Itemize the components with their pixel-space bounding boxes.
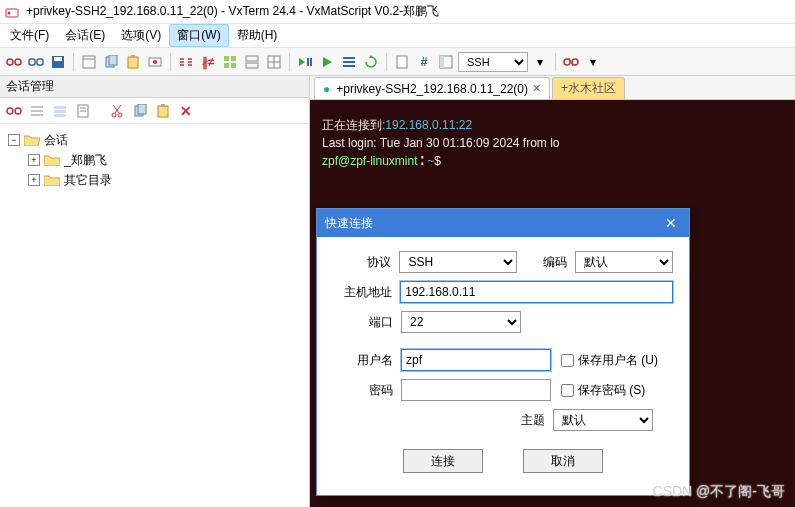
window-icon[interactable] xyxy=(79,52,99,72)
list-icon[interactable] xyxy=(339,52,359,72)
tab-close-icon[interactable]: ✕ xyxy=(532,82,541,95)
label-encoding: 编码 xyxy=(532,254,567,271)
svg-rect-20 xyxy=(246,56,258,61)
tree-root[interactable]: − 会话 xyxy=(4,130,305,150)
tab-link[interactable]: +水木社区 xyxy=(552,77,625,99)
toolbar-sep xyxy=(170,53,171,71)
play-icon[interactable] xyxy=(317,52,337,72)
dropdown-icon[interactable]: ▾ xyxy=(530,52,550,72)
svg-point-3 xyxy=(15,59,21,65)
refresh-icon[interactable] xyxy=(361,52,381,72)
link-icon[interactable] xyxy=(26,52,46,72)
tab-label: +privkey-SSH2_192.168.0.11_22(0) xyxy=(336,82,528,96)
label-protocol: 协议 xyxy=(333,254,391,271)
watermark: CSDN @不了阁-飞哥 xyxy=(653,483,785,501)
tree-node-label: _郑鹏飞 xyxy=(64,152,107,169)
sb-connect-icon[interactable] xyxy=(4,101,24,121)
tile-icon[interactable] xyxy=(264,52,284,72)
label-host: 主机地址 xyxy=(333,284,392,301)
expand-icon[interactable]: + xyxy=(28,174,40,186)
sb-list-icon[interactable] xyxy=(27,101,47,121)
save-pass-checkbox[interactable] xyxy=(561,384,574,397)
menu-window[interactable]: 窗口(W) xyxy=(169,24,228,47)
unlink-icon[interactable] xyxy=(561,52,581,72)
expand-icon[interactable]: + xyxy=(28,154,40,166)
arrows-icon[interactable] xyxy=(176,52,196,72)
svg-point-15 xyxy=(153,60,157,64)
collapse-icon[interactable]: − xyxy=(8,134,20,146)
tree-node[interactable]: + 其它目录 xyxy=(24,170,305,190)
label-port: 端口 xyxy=(333,314,393,331)
sb-delete-icon[interactable]: ✕ xyxy=(176,101,196,121)
dialog-title: 快速连接 xyxy=(325,215,373,232)
svg-rect-11 xyxy=(109,55,117,65)
not-equal-icon[interactable]: ∦≠ xyxy=(198,52,218,72)
theme-field[interactable]: 默认 xyxy=(553,409,653,431)
sb-paste-icon[interactable] xyxy=(153,101,173,121)
connect-button[interactable]: 连接 xyxy=(403,449,483,473)
svg-rect-32 xyxy=(440,56,444,68)
svg-rect-41 xyxy=(54,106,66,109)
doc-icon[interactable] xyxy=(392,52,412,72)
menu-file[interactable]: 文件(F) xyxy=(2,24,57,47)
close-icon[interactable]: ✕ xyxy=(661,213,681,233)
sidebar-header: 会话管理 xyxy=(0,76,309,98)
tab-session[interactable]: ● +privkey-SSH2_192.168.0.11_22(0) ✕ xyxy=(314,77,550,99)
svg-point-33 xyxy=(564,59,570,65)
app-icon xyxy=(4,4,20,20)
menu-help[interactable]: 帮助(H) xyxy=(229,24,286,47)
connect-icon[interactable] xyxy=(4,52,24,72)
grid-icon[interactable] xyxy=(220,52,240,72)
host-field[interactable] xyxy=(400,281,673,303)
sb-props-icon[interactable] xyxy=(73,101,93,121)
svg-rect-53 xyxy=(158,106,168,117)
menubar: 文件(F) 会话(E) 选项(V) 窗口(W) 帮助(H) xyxy=(0,24,795,48)
protocol-field[interactable]: SSH xyxy=(399,251,516,273)
layout-icon[interactable] xyxy=(242,52,262,72)
svg-rect-13 xyxy=(131,55,135,58)
dialog-titlebar[interactable]: 快速连接 ✕ xyxy=(317,209,689,237)
menu-session[interactable]: 会话(E) xyxy=(57,24,113,47)
session-tree: − 会话 + _郑鹏飞 + 其它目录 xyxy=(0,124,309,507)
sb-cut-icon[interactable] xyxy=(107,101,127,121)
svg-rect-5 xyxy=(37,59,43,65)
sb-copy-icon[interactable] xyxy=(130,101,150,121)
user-field[interactable] xyxy=(401,349,551,371)
hash-icon[interactable]: # xyxy=(414,52,434,72)
sidebar-toolbar: ✕ xyxy=(0,98,309,124)
copy-icon[interactable] xyxy=(101,52,121,72)
svg-rect-16 xyxy=(224,56,229,61)
menu-options[interactable]: 选项(V) xyxy=(113,24,169,47)
paste-icon[interactable] xyxy=(123,52,143,72)
dropdown-icon[interactable]: ▾ xyxy=(583,52,603,72)
port-field[interactable]: 22 xyxy=(401,311,521,333)
label-pass: 密码 xyxy=(333,382,393,399)
svg-rect-17 xyxy=(231,56,236,61)
svg-rect-18 xyxy=(224,63,229,68)
toolbar-sep xyxy=(73,53,74,71)
svg-point-48 xyxy=(118,113,122,117)
svg-rect-19 xyxy=(231,63,236,68)
panel-icon[interactable] xyxy=(436,52,456,72)
folder-open-icon xyxy=(24,133,40,147)
svg-rect-52 xyxy=(138,104,146,114)
pass-field[interactable] xyxy=(401,379,551,401)
protocol-select[interactable]: SSH xyxy=(458,52,528,72)
svg-rect-4 xyxy=(29,59,35,65)
toolbar-sep xyxy=(386,53,387,71)
cancel-button[interactable]: 取消 xyxy=(523,449,603,473)
label-save-user: 保存用户名 (U) xyxy=(578,352,658,369)
quick-connect-dialog: 快速连接 ✕ 协议 SSH 编码 默认 主机地址 端口 22 用户名 保存用户名… xyxy=(316,208,690,496)
folder-icon xyxy=(44,153,60,167)
encoding-field[interactable]: 默认 xyxy=(575,251,673,273)
svg-point-36 xyxy=(7,108,13,114)
settings-icon[interactable] xyxy=(145,52,165,72)
save-user-checkbox[interactable] xyxy=(561,354,574,367)
window-title: +privkey-SSH2_192.168.0.11_22(0) - VxTer… xyxy=(26,3,439,20)
tree-node[interactable]: + _郑鹏飞 xyxy=(24,150,305,170)
sb-detail-icon[interactable] xyxy=(50,101,70,121)
label-user: 用户名 xyxy=(333,352,393,369)
save-icon[interactable] xyxy=(48,52,68,72)
play-pause-icon[interactable] xyxy=(295,52,315,72)
svg-rect-25 xyxy=(307,58,309,66)
